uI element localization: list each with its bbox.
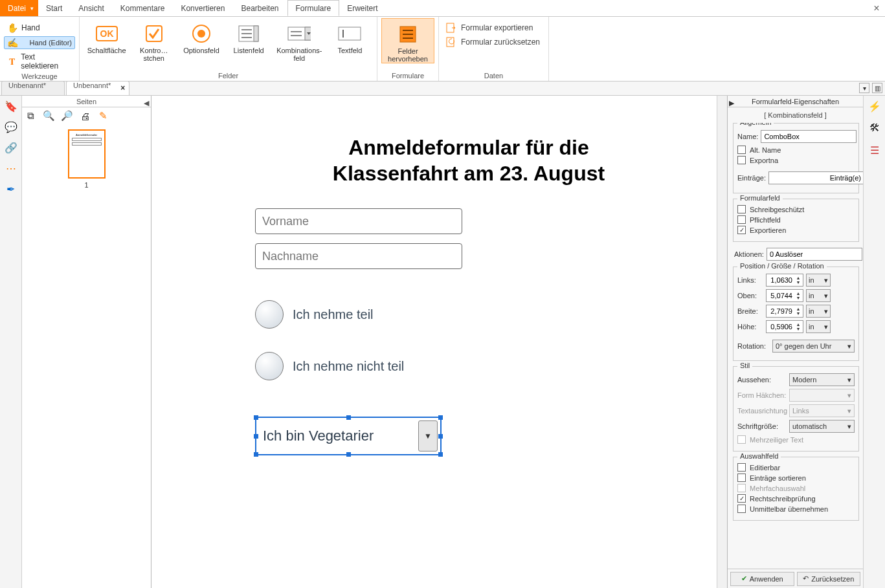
field-listbox[interactable]: Listenfeld <box>226 18 272 54</box>
radio-nicht-teilnehmen[interactable] <box>255 352 284 380</box>
reset-button[interactable]: ↶Zurücksetzen <box>797 572 861 586</box>
doc-tab-close-icon[interactable]: × <box>120 83 125 93</box>
properties-subtype: [ Kombinationsfeld ] <box>728 107 863 123</box>
page-title: Anmeldeformular für die Klassenfahrt am … <box>255 135 682 186</box>
radio-row-1[interactable]: Ich nehme teil <box>255 300 682 329</box>
list-icon[interactable]: ☰ <box>868 144 881 157</box>
radio-row-2[interactable]: Ich nehme nicht teil <box>255 352 682 380</box>
bookmark-icon[interactable]: 🔖 <box>5 100 17 113</box>
menu-tab-konvertieren[interactable]: Konvertieren <box>173 0 233 16</box>
prop-commit-checkbox[interactable]: Unmittelbar übernehmen <box>737 505 855 513</box>
tab-menu-icon[interactable]: ▾ <box>859 83 869 93</box>
menu-tab-kommentare[interactable]: Kommentare <box>113 0 174 16</box>
prop-left-input[interactable] <box>767 274 794 286</box>
resize-handle[interactable] <box>438 434 443 439</box>
nachname-input[interactable] <box>255 243 462 269</box>
apply-button[interactable]: ✔Anwenden <box>730 572 794 586</box>
resize-handle[interactable] <box>254 415 258 420</box>
highlight-fields-button[interactable]: Felder hervorheben <box>381 18 434 63</box>
prop-readonly-checkbox[interactable]: Schreibgeschützt <box>737 205 855 213</box>
resize-handle[interactable] <box>346 452 351 457</box>
combobox-selected[interactable]: Ich bin Vegetarier ▼ <box>255 417 442 455</box>
menu-tab-formulare[interactable]: Formulare <box>287 0 340 16</box>
collapse-right-icon[interactable]: ▶ <box>729 97 734 109</box>
zoom-out-icon[interactable]: 🔎 <box>61 110 73 122</box>
checkbox-icon <box>737 156 746 164</box>
prop-left-unit[interactable]: in▾ <box>806 274 831 287</box>
menu-tab-erweitert[interactable]: Erweitert <box>339 0 386 16</box>
wrench-icon[interactable]: 🛠 <box>868 122 881 135</box>
prop-width-unit[interactable]: in▾ <box>806 305 831 318</box>
prop-height-input[interactable] <box>767 321 794 332</box>
more-icon[interactable]: ⋯ <box>5 162 17 175</box>
prop-top-unit[interactable]: in▾ <box>806 289 831 302</box>
prop-fontsize-select[interactable]: utomatisch▾ <box>789 420 855 433</box>
ok-button-icon: OK <box>95 22 118 45</box>
prop-width-input[interactable] <box>767 305 794 317</box>
print-icon[interactable]: 🖨 <box>79 110 91 122</box>
resize-handle[interactable] <box>346 415 351 420</box>
link-icon[interactable]: 🔗 <box>5 141 17 154</box>
vertical-scrollbar[interactable] <box>717 96 727 588</box>
menu-tab-ansicht[interactable]: Ansicht <box>71 0 112 16</box>
radio-nicht-teilnehmen-label: Ich nehme nicht teil <box>293 359 404 374</box>
document-canvas[interactable]: Anmeldeformular für die Klassenfahrt am … <box>151 96 717 588</box>
resize-handle[interactable] <box>254 434 258 439</box>
prop-sort-checkbox[interactable]: Einträge sortieren <box>737 474 855 482</box>
layout-icon[interactable]: ▥ <box>872 83 882 93</box>
comment-icon[interactable]: 💬 <box>5 120 17 133</box>
prop-look-select[interactable]: Modern▾ <box>789 373 855 386</box>
doc-tab-1[interactable]: Unbenannt*× <box>66 81 129 95</box>
prop-left-spinner[interactable]: ▲▼ <box>766 274 803 287</box>
radio-teilnehmen[interactable] <box>255 300 284 329</box>
field-combobox[interactable]: Kombinations- feld <box>273 18 326 62</box>
resize-handle[interactable] <box>438 452 443 457</box>
edit-page-icon[interactable]: ✎ <box>97 110 109 122</box>
prop-name-input[interactable] <box>761 130 857 143</box>
field-textfield[interactable]: Textfeld <box>327 18 373 54</box>
doc-tab-0[interactable]: Unbenannt* <box>1 81 65 95</box>
window-close-icon[interactable]: × <box>868 0 885 16</box>
prop-name-label: Name: <box>737 133 758 140</box>
field-button[interactable]: OK Schaltfläche <box>84 18 129 54</box>
menu-tab-bearbeiten[interactable]: Bearbeiten <box>233 0 287 16</box>
vorname-input[interactable] <box>255 208 462 234</box>
prop-required-checkbox[interactable]: Pflichtfeld <box>737 215 855 224</box>
prop-editable-checkbox[interactable]: Editierbar <box>737 463 855 472</box>
prop-spell-checkbox[interactable]: ✓Rechtschreibprüfung <box>737 494 855 503</box>
resize-handle[interactable] <box>438 415 443 420</box>
export-form-button[interactable]: Formular exportieren <box>445 22 540 34</box>
menu-tab-start[interactable]: Start <box>38 0 71 16</box>
sign-icon[interactable]: ✒ <box>5 182 17 195</box>
prop-height-spinner[interactable]: ▲▼ <box>766 320 803 333</box>
prop-entries-input[interactable] <box>768 171 863 184</box>
resize-handle[interactable] <box>254 452 258 457</box>
prop-top-input[interactable] <box>767 290 794 301</box>
bolt-icon[interactable]: ⚡ <box>868 100 881 113</box>
copy-page-icon[interactable]: ⧉ <box>25 110 36 122</box>
tool-text-select[interactable]: 𝐓 Text selektieren <box>4 50 75 72</box>
tool-hand[interactable]: ✋ Hand <box>4 21 75 35</box>
prop-altname-checkbox[interactable]: Alt. Name <box>737 146 855 154</box>
field-radio[interactable]: Optionsfeld <box>178 18 224 54</box>
prop-height-unit[interactable]: in▾ <box>806 320 831 333</box>
menu-file[interactable]: Datei <box>0 0 38 16</box>
prop-top-spinner[interactable]: ▲▼ <box>766 289 803 302</box>
tool-hand-editor[interactable]: ✍ Hand (Editor) <box>4 36 75 49</box>
ribbon-group-tools: ✋ Hand ✍ Hand (Editor) 𝐓 Text selektiere… <box>0 17 80 81</box>
page-thumbnail-1[interactable]: Anmeldeformular <box>68 129 106 179</box>
collapse-left-icon[interactable]: ◀ <box>144 97 149 109</box>
reset-form-button[interactable]: Formular zurücksetzen <box>445 36 540 48</box>
field-checkbox[interactable]: Kontro…stchen <box>131 18 177 62</box>
prop-export-checkbox[interactable]: ✓Exportieren <box>737 226 855 234</box>
prop-actions-input[interactable] <box>767 248 862 261</box>
form-field-nachname[interactable] <box>255 243 682 269</box>
zoom-in-icon[interactable]: 🔍 <box>43 110 54 122</box>
prop-exportname-checkbox[interactable]: Exportna <box>737 156 855 164</box>
combobox-dropdown-icon[interactable]: ▼ <box>418 420 438 452</box>
prop-width-spinner[interactable]: ▲▼ <box>766 305 803 318</box>
prop-rotation-select[interactable]: 0° gegen den Uhr▾ <box>772 340 855 353</box>
fieldset-general-legend: Allgemein <box>737 123 774 126</box>
field-listbox-label: Listenfeld <box>234 47 264 54</box>
form-field-vorname[interactable] <box>255 208 682 234</box>
